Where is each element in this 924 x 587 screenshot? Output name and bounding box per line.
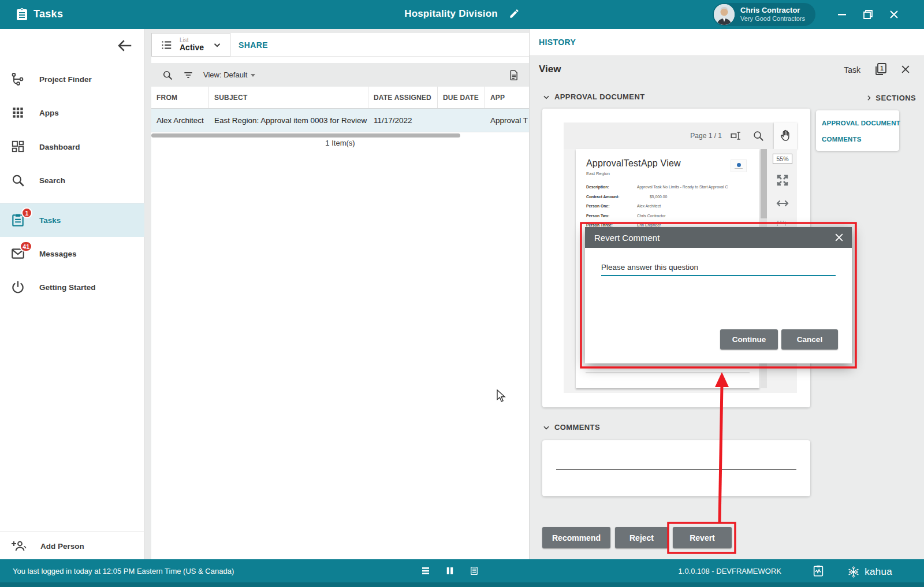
sections-toggle[interactable]: SECTIONS	[865, 94, 916, 102]
sidebar-item-project-finder[interactable]: Project Finder	[0, 62, 144, 96]
split-view-icon[interactable]	[445, 566, 455, 576]
messages-envelope-icon: 41	[10, 246, 25, 261]
column-header-from[interactable]: FROM	[151, 87, 209, 108]
status-bar: You last logged in today at 12:05 PM Eas…	[0, 559, 924, 587]
user-name: Chris Contractor	[740, 6, 805, 15]
edit-pencil-icon[interactable]	[509, 8, 520, 19]
search-icon[interactable]	[162, 69, 173, 81]
column-header-due-date[interactable]: DUE DATE	[438, 87, 485, 108]
statusbar-edge	[0, 582, 924, 587]
column-header-date-assigned[interactable]: DATE ASSIGNED	[368, 87, 438, 108]
avatar	[714, 4, 735, 25]
detail-view-icon[interactable]	[469, 566, 479, 576]
sidebar-item-messages[interactable]: 41 Messages	[0, 237, 144, 270]
recommend-button[interactable]: Recommend	[542, 527, 610, 548]
pan-tool-active[interactable]	[774, 122, 797, 149]
item-count: 1 Item(s)	[151, 139, 529, 147]
context-title-text: Hospitality Division	[404, 8, 498, 19]
cell-subject: East Region: Approval item 0003 for Revi…	[209, 109, 368, 132]
search-document-icon[interactable]	[752, 129, 765, 142]
chevron-down-icon	[542, 93, 550, 101]
dialog-header: Revert Comment	[585, 227, 852, 248]
sidebar-item-label: Getting Started	[39, 283, 96, 292]
kahua-brand: kahua	[847, 565, 892, 579]
history-tab[interactable]: HISTORY	[539, 38, 576, 47]
fit-width-cursor-icon[interactable]	[730, 129, 743, 142]
document-viewer-toolbar: Page 1 / 1	[564, 122, 797, 149]
svg-text:1: 1	[880, 65, 884, 72]
column-header-subject[interactable]: SUBJECT	[209, 87, 368, 108]
document-title: ApprovalTestApp View	[586, 158, 681, 169]
section-link-approval-document[interactable]: APPROVAL DOCUMENT	[822, 115, 899, 131]
zoom-level[interactable]: 55%	[773, 154, 792, 164]
restore-button[interactable]	[861, 8, 875, 21]
chevron-down-icon	[212, 40, 222, 50]
document-divider-line	[586, 373, 750, 373]
messages-badge: 41	[20, 241, 32, 252]
activity-clipboard-icon[interactable]	[812, 564, 825, 577]
fit-width-icon[interactable]	[776, 196, 789, 210]
kahua-brand-text: kahua	[865, 566, 892, 578]
section-link-comments[interactable]: COMMENTS	[822, 131, 899, 147]
revert-comment-dialog: Revert Comment Continue Cancel	[585, 227, 852, 363]
cell-from: Alex Architect	[151, 109, 209, 132]
close-panel-icon[interactable]	[900, 64, 911, 75]
field-value: $5,000.00	[637, 195, 667, 199]
sections-label: SECTIONS	[875, 94, 916, 102]
field-label: Person Three:	[586, 223, 637, 227]
field-value: Alex Architect	[637, 204, 661, 208]
list-filter-bar: View: Default	[151, 63, 529, 87]
comments-section-header[interactable]: COMMENTS	[542, 423, 600, 432]
user-menu[interactable]: Chris Contractor Very Good Contractors	[713, 3, 815, 26]
task-list-panel: List Active SHARE View: Default	[151, 33, 529, 559]
add-person-button[interactable]: Add Person	[0, 533, 144, 559]
sidebar-item-search[interactable]: Search	[0, 164, 144, 197]
sidebar-bottom-divider	[0, 532, 144, 532]
revert-button[interactable]: Revert	[673, 527, 732, 548]
table-row[interactable]: Alex Architect East Region: Approval ite…	[151, 109, 529, 132]
app-window: Tasks Hospitality Division Chris Contrac…	[0, 0, 924, 587]
dialog-title: Revert Comment	[594, 233, 660, 243]
viewer-tools-column: 55%	[769, 149, 796, 233]
page-indicator: Page 1 / 1	[690, 132, 722, 140]
field-label: Person Two:	[586, 214, 637, 218]
fullscreen-expand-icon[interactable]	[776, 173, 789, 187]
collapse-sidebar-arrow-icon[interactable]	[116, 37, 133, 54]
minimize-button[interactable]	[835, 8, 849, 21]
view-selector[interactable]: View: Default	[203, 70, 256, 79]
sidebar-item-label: Dashboard	[39, 143, 80, 151]
close-window-button[interactable]	[887, 8, 901, 21]
document-fields: Description:Approval Task No Limits - Re…	[586, 185, 749, 233]
field-label: Contract Amount:	[586, 195, 637, 199]
list-type-value: Active	[180, 43, 204, 52]
window-count-icon[interactable]: 1	[873, 62, 888, 77]
sidebar-item-dashboard[interactable]: Dashboard	[0, 130, 144, 164]
horizontal-scrollbar[interactable]	[151, 133, 460, 138]
cancel-button[interactable]: Cancel	[781, 329, 838, 350]
share-button[interactable]: SHARE	[239, 33, 268, 57]
reject-button[interactable]: Reject	[615, 527, 668, 548]
export-report-icon[interactable]	[508, 69, 520, 81]
user-meta: Chris Contractor Very Good Contractors	[740, 6, 805, 23]
hand-icon	[779, 129, 792, 142]
list-view-icon[interactable]	[420, 566, 431, 576]
comments-section-title: COMMENTS	[554, 423, 600, 432]
sidebar-item-apps[interactable]: Apps	[0, 96, 144, 129]
field-value: Approval Task No Limits - Ready to Start…	[637, 185, 728, 189]
list-icon	[160, 39, 173, 51]
continue-button[interactable]: Continue	[720, 329, 778, 350]
filter-icon[interactable]	[182, 69, 194, 81]
list-type-dropdown[interactable]: List Active	[151, 33, 230, 57]
revert-comment-input[interactable]	[601, 261, 836, 276]
sidebar-item-label: Project Finder	[39, 75, 92, 84]
version-label: 1.0.0.108 - DEVFRAMEWORK	[679, 567, 781, 575]
sidebar-item-getting-started[interactable]: Getting Started	[0, 270, 144, 304]
statusbar-view-toggles	[420, 566, 479, 576]
column-header-app[interactable]: APP	[485, 87, 529, 108]
list-toolbar: List Active SHARE	[151, 33, 529, 57]
dialog-close-icon[interactable]	[833, 232, 845, 243]
apps-grid-icon	[10, 105, 25, 120]
sidebar-item-tasks[interactable]: 1 Tasks	[0, 203, 144, 237]
comment-input-line[interactable]	[556, 469, 796, 470]
approval-document-section-header[interactable]: APPROVAL DOCUMENT	[542, 92, 645, 101]
